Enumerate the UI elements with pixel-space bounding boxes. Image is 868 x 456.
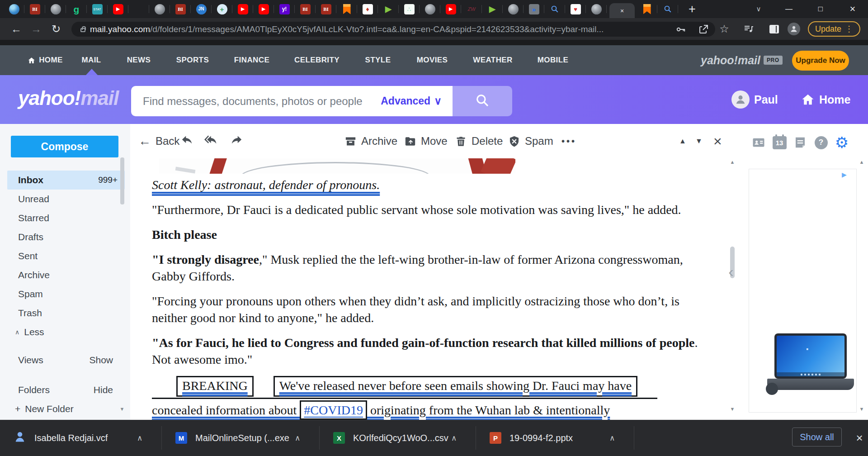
next-message-icon[interactable]: ▼ — [695, 124, 703, 158]
compose-button[interactable]: Compose — [11, 136, 118, 157]
bi-tab[interactable]: BI — [24, 0, 45, 18]
media-controls-icon[interactable] — [740, 18, 758, 40]
jn-tab[interactable]: JN — [191, 0, 212, 18]
youtube-tab[interactable]: ▶ — [108, 0, 128, 18]
nav-item-celebrity[interactable]: CELEBRITY — [294, 45, 340, 75]
sidebar-item-unread[interactable]: Unread — [0, 190, 130, 209]
download-item-menu-icon[interactable]: ∧ — [451, 420, 457, 456]
sidebar-item-trash[interactable]: Trash — [0, 304, 130, 323]
medical-tab[interactable]: + — [212, 0, 232, 18]
more-actions-button[interactable]: ••• — [561, 124, 576, 158]
share-icon[interactable] — [698, 24, 709, 35]
yahoo-tab[interactable]: y! — [274, 0, 295, 18]
new-folder-button[interactable]: + New Folder — [0, 399, 130, 418]
page-scroll-down-icon[interactable]: ▼ — [857, 406, 866, 412]
yahoo-mail-logo[interactable]: yahoo!mail — [18, 87, 118, 109]
youtube-tab[interactable]: ▶ — [253, 0, 274, 18]
globe-tab[interactable] — [45, 0, 66, 18]
upgrade-now-button[interactable]: Upgrade Now — [792, 51, 849, 71]
nav-item-weather[interactable]: WEATHER — [473, 45, 512, 75]
settings-gear-icon[interactable]: ⚙ — [832, 133, 852, 152]
nav-item-mobile[interactable]: MOBILE — [538, 45, 569, 75]
reply-button[interactable] — [181, 124, 193, 158]
nav-item-sports[interactable]: SPORTS — [176, 45, 209, 75]
active-tab[interactable]: × — [609, 3, 635, 18]
ribbon-tab[interactable] — [336, 0, 357, 18]
notepad-icon[interactable] — [790, 133, 810, 152]
earth-tab[interactable] — [4, 0, 24, 18]
search-input[interactable] — [131, 95, 381, 108]
address-bar[interactable]: mail.yahoo.com/d/folders/1/messages/AMA0… — [71, 22, 715, 37]
pane-scroll-down-icon[interactable]: ▼ — [728, 406, 737, 412]
globe-tab[interactable] — [503, 0, 524, 18]
search-pinned-tab[interactable] — [657, 0, 678, 18]
heart-tab[interactable]: ♥ — [565, 0, 586, 18]
calendar-icon[interactable]: 13 — [769, 133, 789, 152]
tab-close-icon[interactable]: × — [620, 7, 624, 14]
page-scroll-up-icon[interactable]: ▲ — [857, 159, 866, 165]
chrome-update-button[interactable]: Update⋮ — [808, 21, 860, 37]
search-tab[interactable] — [544, 0, 565, 18]
stat-tab[interactable]: STAT — [87, 0, 108, 18]
nav-item-news[interactable]: NEWS — [127, 45, 151, 75]
show-all-downloads-button[interactable]: Show all — [792, 428, 842, 446]
nav-item-style[interactable]: STYLE — [365, 45, 391, 75]
bi-tab[interactable]: BI — [170, 0, 191, 18]
help-icon[interactable]: ? — [811, 133, 831, 152]
password-key-icon[interactable] — [675, 24, 686, 35]
previous-message-icon[interactable]: ▲ — [679, 124, 686, 158]
browser-profile-avatar[interactable] — [785, 18, 803, 40]
globe-tab[interactable] — [149, 0, 170, 18]
bi-tab[interactable]: BI — [316, 0, 336, 18]
browser-reload-icon[interactable]: ↻ — [46, 18, 66, 40]
forward-button[interactable] — [231, 124, 243, 158]
window-minimize-button[interactable]: — — [774, 0, 804, 18]
collapse-rail-icon[interactable]: ‹ — [725, 262, 737, 280]
archive-button[interactable]: Archive — [344, 124, 397, 158]
sidebar-item-sent[interactable]: Sent — [0, 247, 130, 266]
sidebar-item-archive[interactable]: Archive — [0, 266, 130, 285]
torch-tab[interactable]: ♦ — [357, 0, 378, 18]
spam-button[interactable]: Spam — [508, 124, 553, 158]
nav-item-home[interactable]: HOME — [28, 45, 63, 75]
account-menu[interactable]: Paul — [731, 75, 778, 124]
downloads-close-icon[interactable]: × — [851, 420, 868, 456]
sidebar-item-less[interactable]: ∧ Less — [0, 323, 130, 342]
window-maximize-button[interactable]: □ — [806, 0, 835, 18]
arrow-tab[interactable]: » — [524, 0, 544, 18]
browser-forward-icon[interactable]: → — [26, 18, 46, 40]
zw-tab[interactable]: ZW — [461, 0, 482, 18]
bookmark-star-icon[interactable]: ☆ — [716, 18, 732, 40]
glassdoor-tab[interactable]: g — [66, 0, 87, 18]
molecule-tab[interactable]: ∴ — [399, 0, 420, 18]
tab-search-chevron-icon[interactable]: ∨ — [747, 0, 770, 18]
pane-scroll-up-icon[interactable]: ▲ — [728, 159, 737, 165]
folders-hide-toggle[interactable]: Hide — [94, 385, 113, 395]
advanced-search-toggle[interactable]: Advanced∨ — [381, 95, 453, 107]
download-item-menu-icon[interactable]: ∧ — [295, 420, 300, 456]
sidebar-item-inbox[interactable]: Inbox999+ — [7, 171, 125, 190]
lock-icon[interactable] — [80, 28, 85, 32]
side-panel-icon[interactable] — [765, 18, 783, 40]
globe-tab[interactable] — [420, 0, 440, 18]
nav-item-movies[interactable]: MOVIES — [417, 45, 448, 75]
youtube-tab[interactable]: ▶ — [440, 0, 461, 18]
rumble-tab[interactable]: ▶ — [378, 0, 399, 18]
rumble-tab[interactable]: ▶ — [482, 0, 503, 18]
delete-button[interactable]: Delete — [455, 124, 503, 158]
blank-tab[interactable] — [128, 0, 149, 18]
browser-back-icon[interactable]: ← — [6, 18, 26, 40]
ribbon-pinned-tab[interactable] — [637, 0, 657, 18]
search-button[interactable] — [453, 86, 512, 116]
contacts-icon[interactable] — [749, 133, 769, 152]
home-button[interactable]: Home — [801, 75, 850, 124]
views-show-toggle[interactable]: Show — [89, 355, 113, 366]
sidebar-item-drafts[interactable]: Drafts — [0, 228, 130, 247]
download-item-menu-icon[interactable]: ∧ — [609, 420, 615, 456]
globe-tab[interactable] — [586, 0, 607, 18]
adchoices-icon[interactable]: ▶ — [842, 171, 847, 178]
close-message-icon[interactable]: × — [713, 124, 722, 158]
email-caption-link[interactable]: Scott Kelly: astronaut, defender of pron… — [152, 178, 380, 192]
breaking-headline-link[interactable]: We've released never before seen emails … — [274, 376, 638, 397]
sidebar-item-starred[interactable]: Starred — [0, 209, 130, 228]
